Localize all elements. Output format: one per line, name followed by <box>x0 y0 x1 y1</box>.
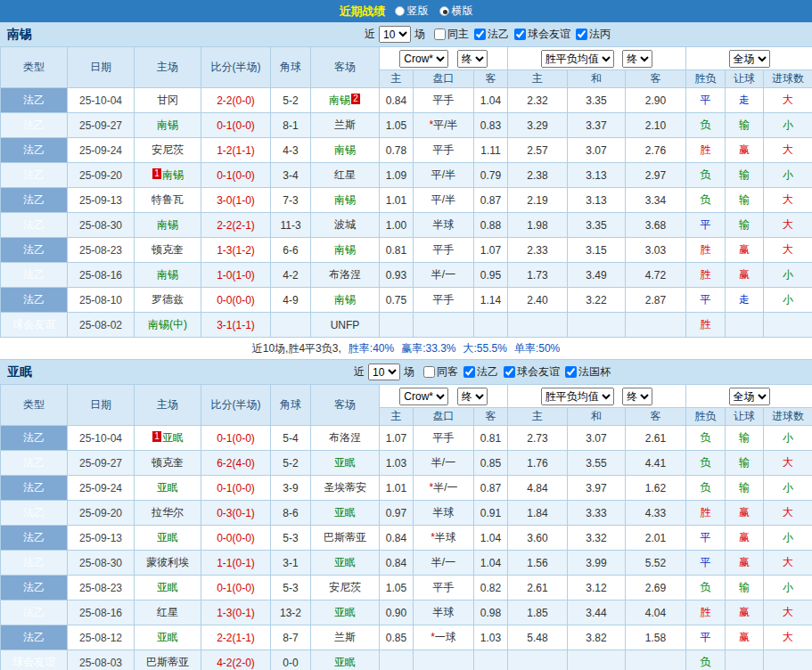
europe-state-select[interactable]: 终 <box>622 50 652 68</box>
score[interactable]: 1-3(1-2) <box>201 238 271 263</box>
filter-checkbox[interactable]: 球会友谊 <box>504 364 560 380</box>
score[interactable]: 0-1(0-0) <box>201 576 271 601</box>
team-name[interactable]: 波城 <box>334 218 356 231</box>
team-name[interactable]: 布洛涅 <box>329 431 361 444</box>
score[interactable]: 1-3(0-1) <box>201 601 271 625</box>
europe-state-select[interactable]: 终 <box>622 388 652 405</box>
scope-select[interactable]: 全场 <box>729 50 770 68</box>
score[interactable]: 0-1(0-0) <box>201 163 271 188</box>
filter-checkbox[interactable]: 同主 <box>434 27 469 42</box>
team-name[interactable]: 圣埃蒂安 <box>324 481 366 494</box>
team-name[interactable]: 亚眠 <box>162 431 184 444</box>
match-row: 法乙25-09-27顿克奎6-2(4-0)5-2亚眠1.03半/一0.851.7… <box>1 451 812 476</box>
filter-checkbox[interactable]: 法国杯 <box>565 364 611 380</box>
team-name[interactable]: 布洛涅 <box>329 268 361 281</box>
team-name[interactable]: 兰斯 <box>334 631 356 643</box>
odds-home: 1.56 <box>508 551 568 576</box>
team-name[interactable]: 南锡 <box>334 193 356 206</box>
team-name[interactable]: 南锡 <box>157 118 178 131</box>
checkbox-label: 法乙 <box>488 27 509 42</box>
team-name[interactable]: 巴斯蒂亚 <box>146 656 189 668</box>
checkbox-input[interactable] <box>514 29 526 40</box>
scope-select[interactable]: 全场 <box>729 388 770 405</box>
team-name[interactable]: 亚眠 <box>157 531 178 543</box>
team-name[interactable]: 南锡 <box>334 293 356 306</box>
team-name[interactable]: 安尼茨 <box>152 143 184 156</box>
filter-checkbox[interactable]: 法乙 <box>474 27 509 42</box>
book-state-select[interactable]: 终 <box>457 388 488 405</box>
score[interactable]: 0-0(0-0) <box>201 526 271 551</box>
filter-checkbox[interactable]: 法乙 <box>463 364 498 380</box>
team-name[interactable]: 巴斯蒂亚 <box>324 531 366 543</box>
odds-home: 3.29 <box>508 113 568 138</box>
team-name[interactable]: 亚眠 <box>334 556 356 568</box>
match-count-select[interactable]: 10 <box>379 26 411 43</box>
team-name[interactable]: 南锡 <box>162 168 184 181</box>
team-name[interactable]: 南锡(中) <box>148 318 187 331</box>
team-name[interactable]: 甘冈 <box>157 94 178 106</box>
team-name[interactable]: 南锡 <box>157 218 178 231</box>
europe-odds-select[interactable]: 胜平负均值 <box>541 388 614 405</box>
checkbox-input[interactable] <box>463 366 475 378</box>
team-name[interactable]: UNFP <box>331 319 360 331</box>
score[interactable]: 1-1(0-1) <box>201 551 271 576</box>
team-name[interactable]: 红星 <box>157 606 178 618</box>
team-name[interactable]: 蒙彼利埃 <box>146 556 189 568</box>
score[interactable]: 6-2(4-0) <box>201 451 271 476</box>
col-odds-away: 客 <box>626 70 686 88</box>
team-name[interactable]: 特鲁瓦 <box>152 193 184 206</box>
team-name[interactable]: 亚眠 <box>334 456 356 469</box>
checkbox-input[interactable] <box>565 366 577 378</box>
score[interactable]: 2-2(1-1) <box>201 625 271 650</box>
bookmaker-select[interactable]: Crow* <box>399 50 448 68</box>
result-flag: 负 <box>686 188 726 213</box>
score[interactable]: 0-3(0-1) <box>201 501 271 526</box>
team-name[interactable]: 南锡 <box>334 143 356 156</box>
col-away: 客场 <box>311 47 380 88</box>
team-name[interactable]: 南锡 <box>334 243 356 256</box>
bookmaker-select[interactable]: Crow* <box>399 388 448 405</box>
corners: 3-4 <box>271 163 311 188</box>
team-name[interactable]: 兰斯 <box>334 118 356 131</box>
team-name[interactable]: 亚眠 <box>334 506 356 519</box>
score[interactable]: 2-2(0-0) <box>201 88 271 113</box>
team-name[interactable]: 南锡 <box>157 268 178 281</box>
score[interactable]: 3-1(1-1) <box>201 313 271 338</box>
book-state-select[interactable]: 终 <box>457 50 488 68</box>
score[interactable]: 2-2(2-1) <box>201 213 271 238</box>
checkbox-input[interactable] <box>474 29 486 40</box>
checkbox-input[interactable] <box>504 366 515 378</box>
team-name[interactable]: 亚眠 <box>157 481 178 494</box>
filter-checkbox[interactable]: 法丙 <box>576 27 611 42</box>
score[interactable]: 1-2(1-1) <box>201 138 271 163</box>
filter-checkbox[interactable]: 球会友谊 <box>514 27 570 42</box>
radio-icon[interactable] <box>439 6 449 16</box>
checkbox-input[interactable] <box>434 29 446 40</box>
team-name[interactable]: 南锡 <box>329 94 350 106</box>
filter-checkbox[interactable]: 同客 <box>423 364 458 380</box>
layout-option[interactable]: 横版 <box>439 4 473 19</box>
match-count-select[interactable]: 10 <box>368 364 400 380</box>
team-name[interactable]: 亚眠 <box>157 581 178 593</box>
team-name[interactable]: 亚眠 <box>157 631 178 643</box>
team-name[interactable]: 亚眠 <box>334 606 356 618</box>
team-name[interactable]: 顿克奎 <box>152 243 184 256</box>
score[interactable]: 1-0(1-0) <box>201 263 271 288</box>
checkbox-input[interactable] <box>576 29 587 40</box>
score[interactable]: 0-1(0-0) <box>201 113 271 138</box>
score[interactable]: 0-1(0-0) <box>201 426 271 451</box>
team-name[interactable]: 亚眠 <box>334 656 356 668</box>
team-name[interactable]: 红星 <box>334 168 356 181</box>
checkbox-input[interactable] <box>423 366 435 378</box>
radio-icon[interactable] <box>395 6 405 16</box>
score[interactable]: 0-1(0-0) <box>201 476 271 501</box>
team-name[interactable]: 罗德兹 <box>152 293 184 306</box>
team-name[interactable]: 拉华尔 <box>152 506 184 519</box>
score[interactable]: 3-0(1-0) <box>201 188 271 213</box>
layout-option[interactable]: 竖版 <box>395 4 429 19</box>
score[interactable]: 4-2(2-0) <box>201 650 271 670</box>
team-name[interactable]: 顿克奎 <box>152 456 184 469</box>
europe-odds-select[interactable]: 胜平负均值 <box>541 50 614 68</box>
score[interactable]: 0-0(0-0) <box>201 288 271 313</box>
team-name[interactable]: 安尼茨 <box>329 581 361 593</box>
